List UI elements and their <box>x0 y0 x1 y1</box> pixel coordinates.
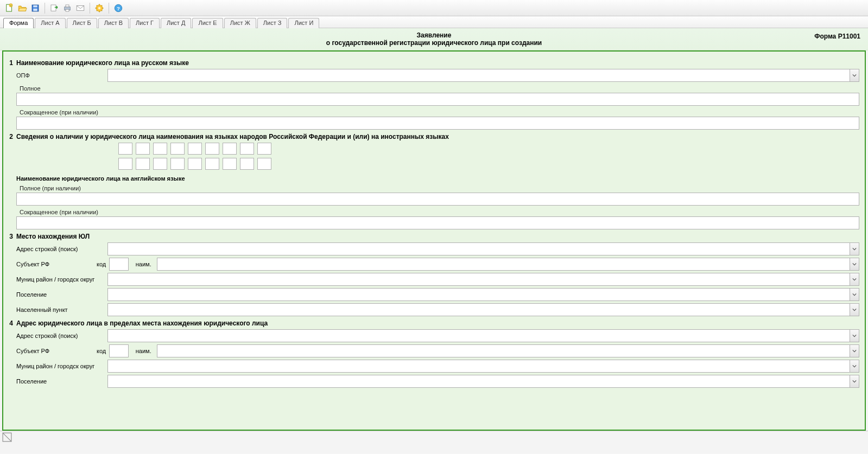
addr4-search-label: Адрес строкой (поиск) <box>16 332 107 339</box>
settlement-combo[interactable] <box>107 288 859 301</box>
munic-input[interactable] <box>107 273 850 286</box>
lang-checkbox[interactable] <box>153 158 167 170</box>
tab-list-d[interactable]: Лист Д <box>161 18 191 28</box>
lang-checkbox[interactable] <box>223 158 237 170</box>
print-icon[interactable] <box>61 2 73 14</box>
dropdown-icon[interactable] <box>850 344 859 357</box>
dropdown-icon[interactable] <box>850 329 859 342</box>
subject-name-input[interactable] <box>157 258 850 271</box>
opf-combo[interactable] <box>107 69 859 82</box>
subject4-name-input[interactable] <box>157 344 850 357</box>
tab-list-a[interactable]: Лист А <box>35 18 65 28</box>
tab-list-z[interactable]: Лист З <box>257 18 288 28</box>
dropdown-icon[interactable] <box>850 69 859 82</box>
lang-checkbox[interactable] <box>118 158 132 170</box>
code-label: код <box>97 261 109 267</box>
tab-label: Лист З <box>263 20 282 26</box>
eng-subtitle: Наименование юридического лица на англий… <box>16 175 859 182</box>
svg-text:?: ? <box>117 5 120 11</box>
section-4-num: 4 <box>9 319 16 327</box>
opf-input[interactable] <box>107 69 850 82</box>
tab-list-v[interactable]: Лист В <box>98 18 129 28</box>
tab-list-e[interactable]: Лист Е <box>192 18 223 28</box>
lang-checkbox[interactable] <box>223 143 237 155</box>
tab-forma[interactable]: Форма <box>3 18 34 28</box>
dropdown-icon[interactable] <box>850 242 859 255</box>
lang-checkbox[interactable] <box>153 143 167 155</box>
dropdown-icon[interactable] <box>850 273 859 286</box>
settlement4-label: Поселение <box>16 378 107 385</box>
eng-full-input[interactable] <box>16 193 859 206</box>
tab-list-g[interactable]: Лист Г <box>130 18 160 28</box>
svg-line-20 <box>102 5 103 6</box>
mail-icon[interactable] <box>74 2 86 14</box>
settlement4-input[interactable] <box>107 375 850 388</box>
lang-checkbox[interactable] <box>205 158 219 170</box>
tab-label: Лист А <box>41 20 59 26</box>
lang-checkbox[interactable] <box>240 158 254 170</box>
locality-input[interactable] <box>107 303 850 316</box>
settings-gear-icon[interactable] <box>93 2 105 14</box>
munic4-input[interactable] <box>107 360 850 373</box>
tab-label: Лист Ж <box>230 20 250 26</box>
tab-list-b[interactable]: Лист Б <box>67 18 97 28</box>
short-name-input[interactable] <box>16 117 859 130</box>
save-icon[interactable] <box>29 2 41 14</box>
subject4-label: Субъект РФ <box>16 348 107 354</box>
settlement4-combo[interactable] <box>107 375 859 388</box>
munic4-label: Муниц район / городск округ <box>16 363 107 369</box>
munic4-combo[interactable] <box>107 360 859 373</box>
toolbar-separator <box>90 3 90 14</box>
settlement-label: Поселение <box>16 291 107 298</box>
status-indicator-icon[interactable] <box>2 432 12 442</box>
eng-full-label: Полное (при наличии) <box>20 185 859 191</box>
new-file-icon[interactable]: ✦ <box>3 2 15 14</box>
munic-combo[interactable] <box>107 273 859 286</box>
lang-checkbox[interactable] <box>240 143 254 155</box>
addr-search-combo[interactable] <box>107 242 859 255</box>
lang-checkbox[interactable] <box>170 158 185 170</box>
dropdown-icon[interactable] <box>850 258 859 271</box>
help-icon[interactable]: ? <box>112 2 124 14</box>
eng-short-input[interactable] <box>16 216 859 229</box>
dropdown-icon[interactable] <box>850 360 859 373</box>
locality-label: Населенный пункт <box>16 306 107 313</box>
tab-label: Лист В <box>104 20 123 26</box>
svg-rect-8 <box>66 5 69 7</box>
tab-list-i[interactable]: Лист И <box>288 18 319 28</box>
lang-checkbox[interactable] <box>257 143 271 155</box>
lang-checkbox[interactable] <box>188 143 202 155</box>
export-icon[interactable] <box>48 2 60 14</box>
locality-combo[interactable] <box>107 303 859 316</box>
lang-checkbox[interactable] <box>136 143 150 155</box>
lang-checkbox[interactable] <box>205 143 219 155</box>
dropdown-icon[interactable] <box>850 303 859 316</box>
lang-checkbox[interactable] <box>257 158 271 170</box>
settlement-input[interactable] <box>107 288 850 301</box>
lang-checkbox[interactable] <box>188 158 202 170</box>
tab-list-zh[interactable]: Лист Ж <box>224 18 256 28</box>
eng-short-label: Сокращенное (при наличии) <box>20 209 859 215</box>
subject-name-combo[interactable] <box>157 258 859 271</box>
addr4-search-combo[interactable] <box>107 329 859 342</box>
addr4-search-input[interactable] <box>107 329 850 342</box>
lang-checkbox[interactable] <box>118 143 132 155</box>
opf-label: ОПФ <box>16 72 107 79</box>
section-3-num: 3 <box>9 233 16 240</box>
lang-checkbox[interactable] <box>170 143 185 155</box>
toolbar-separator <box>109 3 109 14</box>
naim-label: наим. <box>133 261 157 267</box>
form-scroll-area[interactable]: 1 Наименование юридического лица на русс… <box>2 50 866 431</box>
addr-search-input[interactable] <box>107 242 850 255</box>
dropdown-icon[interactable] <box>850 375 859 388</box>
full-name-input[interactable] <box>16 93 859 106</box>
open-folder-icon[interactable] <box>16 2 28 14</box>
dropdown-icon[interactable] <box>850 288 859 301</box>
subject4-name-combo[interactable] <box>157 344 859 357</box>
sheet-tabstrip: Форма Лист А Лист Б Лист В Лист Г Лист Д… <box>0 16 868 28</box>
subject-code-input[interactable] <box>109 258 129 271</box>
subject4-code-input[interactable] <box>109 344 129 357</box>
lang-checkbox[interactable] <box>136 158 150 170</box>
section-2-title: Сведения о наличии у юридического лица н… <box>16 133 449 140</box>
tab-label: Лист И <box>294 20 313 26</box>
